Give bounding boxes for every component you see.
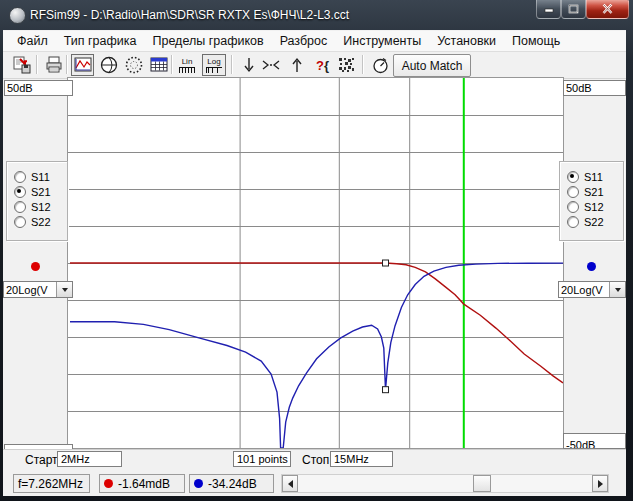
left-sparam-group: S11 S21 S12 S22 [6,161,68,241]
menu-graph-limits[interactable]: Пределы графиков [144,32,271,50]
left-radio-s12[interactable]: S12 [7,199,67,214]
status-bar: f=7.262MHz -1.64mdB -34.24dB [3,471,626,496]
toolbar-separator [231,55,233,74]
gauge-icon [372,57,389,74]
print-button[interactable] [42,54,65,76]
stop-label: Стоп [302,453,329,467]
triangle-right-icon [598,480,603,488]
toolbar: Lin Log ?{ [3,53,626,79]
left-top-limit-input[interactable]: 50dB [4,80,73,96]
right-bottom-limit-input[interactable]: -50dB [563,433,626,449]
lin-icon: Lin [179,58,195,73]
close-button[interactable] [586,0,629,19]
blue-trace-readout: -34.24dB [189,474,274,493]
red-dot-icon [104,479,113,488]
linear-scale-button[interactable]: Lin [175,54,199,76]
move-down-button[interactable] [237,54,260,76]
menu-spread[interactable]: Разброс [272,32,336,50]
right-radio-s12[interactable]: S12 [560,199,623,214]
left-radio-s21[interactable]: S21 [7,184,67,199]
toolbar-separator [171,55,173,74]
brace-icon: { [324,58,329,73]
radio-icon [567,186,579,198]
log-scale-button[interactable]: Log [202,54,226,76]
radio-icon [14,201,26,213]
menu-graph-type[interactable]: Тип графика [56,32,145,50]
right-sparam-group: S11 S21 S12 S22 [559,161,624,241]
left-radio-s11[interactable]: S11 [7,169,67,184]
maximize-button[interactable] [561,0,586,19]
scrollbar-thumb[interactable] [473,475,491,492]
log-icon: Log [206,58,222,73]
chevron-down-icon [62,288,68,292]
right-format-dropdown[interactable]: 20Log(V [558,281,626,298]
arrow-down-icon [242,57,256,73]
triangle-left-icon [288,480,293,488]
save-export-icon [13,56,31,74]
query-sweep-button[interactable]: ?{ [311,54,334,76]
arrow-up-icon [290,57,304,73]
right-radio-s11[interactable]: S11 [560,169,623,184]
smith-chart-button[interactable] [97,54,120,76]
menu-file[interactable]: Файл [9,32,56,50]
save-button[interactable] [10,54,33,76]
table-icon [150,57,168,73]
menu-tools[interactable]: Инструменты [335,32,429,50]
maximize-icon [568,4,579,14]
rectangular-graph-button[interactable] [71,54,94,76]
radio-icon [14,171,26,183]
radio-checked-icon [567,171,579,183]
blue-dot-icon [194,479,203,488]
polar-chart-icon [125,56,143,74]
start-frequency-input[interactable]: 2MHz [57,451,122,467]
smith-chart-icon [100,56,118,74]
sparameter-chart [68,78,563,448]
polar-chart-button[interactable] [122,54,145,76]
dropdown-button[interactable] [56,282,72,297]
minimize-button[interactable] [536,0,561,19]
scroll-right-button[interactable] [592,475,608,492]
left-trace-color-dot [31,262,40,271]
app-icon [9,7,26,24]
converge-arrows-icon [262,59,280,71]
scroll-left-button[interactable] [282,475,298,492]
toolbar-separator [36,55,38,74]
points-input[interactable]: 101 points [233,451,291,467]
toolbar-separator [66,55,68,74]
question-icon: ? [316,58,324,73]
cursor-frequency-readout: f=7.262MHz [13,474,90,493]
menu-bar: Файл Тип графика Пределы графиков Разбро… [3,31,626,52]
right-trace-color-dot [587,262,596,271]
zoom-span-button[interactable] [259,54,282,76]
radio-icon [567,216,579,228]
horizontal-scrollbar[interactable] [281,474,609,493]
radio-icon [567,201,579,213]
rfsim99-window: { "window": { "title": "RFSim99 - D:\\Ra… [0,0,633,501]
minimize-icon [544,5,554,14]
window-title: RFSim99 - D:\Radio\Ham\SDR\SR RXTX Es\ФН… [30,8,349,22]
left-radio-s22[interactable]: S22 [7,214,67,229]
toolbar-separator [362,55,364,74]
right-radio-s21[interactable]: S21 [560,184,623,199]
start-label: Старт [25,453,58,467]
stop-frequency-input[interactable]: 15MHz [330,451,393,467]
menu-help[interactable]: Помощь [504,32,568,50]
table-view-button[interactable] [147,54,170,76]
right-top-limit-input[interactable]: 50dB [563,80,626,96]
left-format-dropdown[interactable]: 20Log(V [3,281,73,298]
print-icon [45,56,63,74]
dither-pattern-icon [338,57,355,73]
component-pattern-button[interactable] [335,54,358,76]
right-radio-s22[interactable]: S22 [560,214,623,229]
auto-match-button[interactable]: Auto Match [393,54,471,77]
move-up-button[interactable] [285,54,308,76]
menu-settings[interactable]: Установки [429,32,504,50]
chevron-down-icon [615,288,621,292]
radio-icon [14,216,26,228]
rectangular-graph-icon [74,57,92,73]
graph-plot-area[interactable] [68,78,563,448]
dropdown-button[interactable] [609,282,625,297]
radio-checked-icon [14,186,26,198]
simulate-button[interactable] [369,54,392,76]
close-icon [602,4,613,14]
